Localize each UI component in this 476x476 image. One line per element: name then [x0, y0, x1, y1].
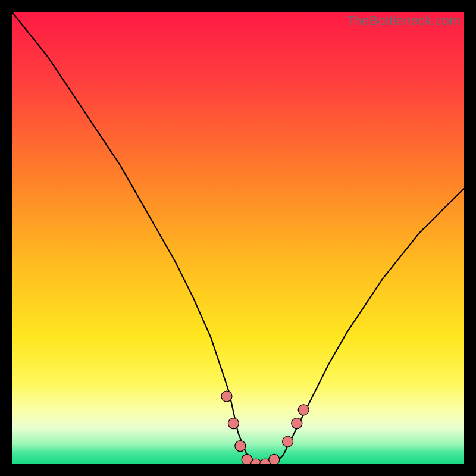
- watermark-text: TheBottleneck.com: [346, 13, 461, 29]
- gradient-background: [12, 12, 464, 464]
- marker-dot: [292, 418, 302, 429]
- marker-dot: [221, 391, 232, 402]
- bottleneck-chart: [12, 12, 464, 464]
- marker-dot: [269, 454, 280, 464]
- chart-frame: TheBottleneck.com: [12, 12, 464, 464]
- marker-dot: [228, 418, 239, 429]
- marker-dot: [298, 405, 309, 415]
- marker-dot: [235, 441, 246, 452]
- marker-dot: [283, 436, 293, 447]
